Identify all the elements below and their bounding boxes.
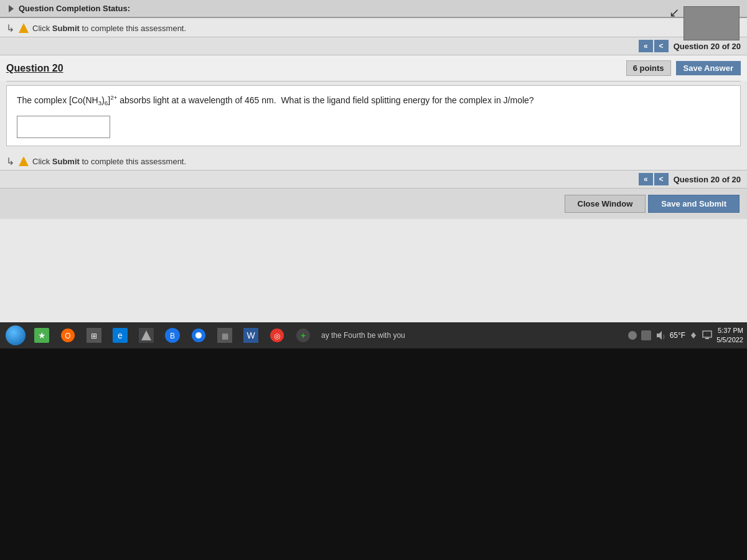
system-tray: ) 65°F 5:37 PM 5/5/2022: [627, 326, 743, 345]
svg-text:★: ★: [38, 330, 46, 340]
taskbar-icon-10[interactable]: ◎: [265, 324, 289, 347]
svg-text:+: +: [301, 330, 306, 340]
svg-text:▦: ▦: [222, 332, 228, 340]
question-text: The complex [Co(NH3)6]2+ absorbs light a…: [17, 93, 730, 108]
bottom-nav-first-button[interactable]: «: [639, 173, 653, 185]
nav-prev-button[interactable]: <: [654, 40, 669, 52]
collapse-icon[interactable]: [9, 5, 14, 12]
temperature-display: 65°F: [670, 331, 685, 340]
arrow-icon: ↳: [6, 22, 14, 34]
close-window-button[interactable]: Close Window: [565, 195, 646, 213]
time-display: 5:37 PM: [716, 326, 743, 335]
tray-icon-1: [627, 330, 637, 340]
taskbar-label: ay the Fourth be with you: [321, 331, 405, 340]
points-badge: 6 points: [626, 60, 671, 76]
date-display: 5/5/2022: [716, 335, 743, 345]
tray-icon-2: [641, 330, 651, 340]
svg-point-13: [195, 332, 202, 338]
question-header: Question 20 6 points Save Answer: [0, 55, 747, 81]
svg-text:): ): [663, 334, 665, 339]
svg-marker-27: [691, 335, 696, 338]
taskbar-icon-11[interactable]: +: [291, 324, 315, 347]
system-time: 5:37 PM 5/5/2022: [716, 326, 743, 345]
answer-input-box[interactable]: [17, 116, 110, 138]
svg-rect-28: [703, 331, 712, 337]
submit-notice-text: Click Submit to complete this assessment…: [32, 24, 186, 33]
bottom-question-nav-text: Question 20 of 20: [674, 175, 741, 184]
svg-marker-24: [657, 331, 662, 340]
action-bar: Close Window Save and Submit: [0, 188, 747, 219]
taskbar-icon-5[interactable]: [134, 324, 158, 347]
svg-text:W: W: [247, 330, 255, 340]
start-button[interactable]: [4, 324, 27, 347]
completion-status-label: Question Completion Status:: [19, 4, 130, 13]
tray-arrows-icon: [689, 331, 698, 340]
bottom-submit-notice: ↳ Click Submit to complete this assessme…: [0, 151, 747, 170]
taskbar-icon-9[interactable]: W: [239, 324, 263, 347]
svg-text:e: e: [118, 330, 123, 340]
svg-marker-26: [691, 332, 696, 335]
svg-point-22: [628, 331, 637, 340]
question-nav-text: Question 20 of 20: [674, 42, 741, 51]
svg-text:B: B: [170, 332, 175, 340]
nav-first-button[interactable]: «: [639, 40, 653, 52]
points-area: 6 points Save Answer: [626, 60, 741, 76]
bottom-nav-prev-button[interactable]: <: [654, 173, 669, 185]
bottom-warning-icon: [19, 156, 29, 166]
volume-icon[interactable]: ): [655, 330, 666, 341]
warning-icon: [19, 23, 29, 33]
monitor-icon: [702, 330, 713, 341]
nav-buttons: « < Question 20 of 20: [639, 40, 741, 52]
bottom-nav-buttons: « < Question 20 of 20: [639, 173, 741, 185]
svg-text:⊞: ⊞: [91, 332, 97, 340]
taskbar-icon-7[interactable]: [187, 324, 210, 347]
taskbar-icon-1[interactable]: ★: [30, 324, 54, 347]
taskbar-icon-3[interactable]: ⊞: [82, 324, 106, 347]
bottom-submit-text: Click Submit to complete this assessment…: [32, 157, 186, 166]
taskbar-icon-6[interactable]: B: [161, 324, 184, 347]
taskbar-icon-2[interactable]: O: [56, 324, 80, 347]
dark-bottom-area: [0, 348, 747, 560]
divider: [6, 81, 741, 82]
windows-orb-icon[interactable]: [6, 325, 26, 345]
question-title: Question 20: [6, 63, 63, 74]
taskbar-icon-8[interactable]: ▦: [213, 324, 237, 347]
taskbar-icon-4[interactable]: e: [108, 324, 132, 347]
bottom-nav-bar: « < Question 20 of 20: [0, 170, 747, 188]
taskbar: ★ O ⊞ e B ▦ W ◎ + ay the Fourth be with …: [0, 322, 747, 348]
svg-rect-29: [705, 338, 709, 339]
save-answer-button[interactable]: Save Answer: [676, 61, 741, 75]
top-nav-bar: « < Question 20 of 20: [0, 37, 747, 55]
top-submit-notice: ↳ Click Submit to complete this assessme…: [0, 18, 747, 37]
question-body: The complex [Co(NH3)6]2+ absorbs light a…: [6, 85, 741, 146]
save-submit-button[interactable]: Save and Submit: [648, 195, 740, 213]
bottom-arrow-icon: ↳: [6, 156, 14, 167]
svg-text:O: O: [65, 332, 70, 340]
completion-status-bar: Question Completion Status:: [0, 0, 747, 18]
svg-rect-23: [641, 330, 651, 340]
svg-text:◎: ◎: [274, 332, 280, 340]
